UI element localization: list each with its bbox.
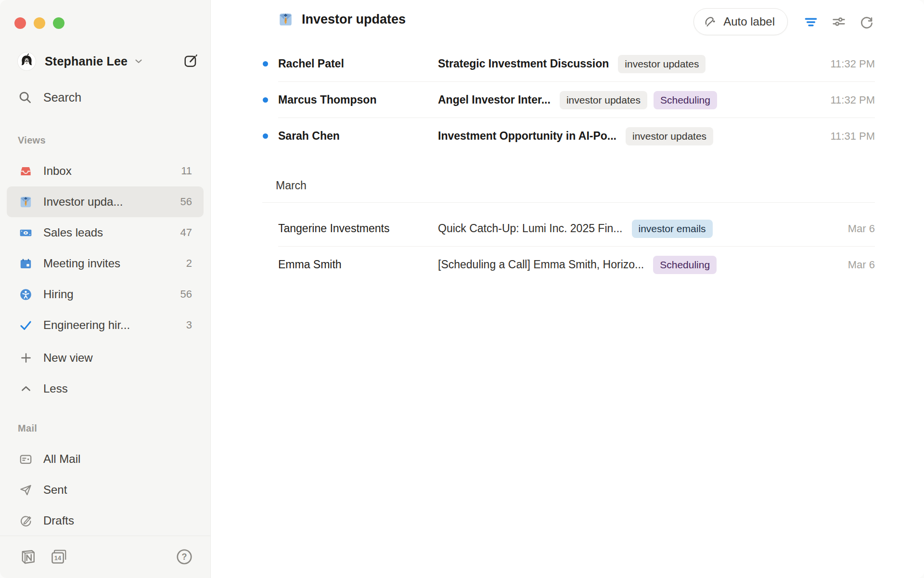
sidebar-item-meeting-invites[interactable]: Meeting invites 2	[7, 248, 204, 279]
sidebar-item-count: 2	[186, 257, 192, 270]
sidebar-item-all-mail[interactable]: All Mail	[7, 444, 204, 474]
email-subject: Quick Catch-Up: Lumi Inc. 2025 Fin...	[438, 222, 623, 235]
app-window: Stephanie Lee Search Views	[0, 0, 924, 578]
views-list: Inbox 11 Investor upda... 56	[0, 156, 210, 341]
sidebar-item-inbox[interactable]: Inbox 11	[7, 156, 204, 186]
email-subject: [Scheduling a Call] Emma Smith, Horizo..…	[438, 258, 644, 271]
email-subject: Investment Opportunity in AI-Po...	[438, 130, 616, 143]
chevron-down-icon	[133, 56, 144, 66]
email-time: 11:32 PM	[830, 94, 875, 106]
email-sender: Emma Smith	[278, 258, 438, 271]
checkmark-icon	[19, 319, 32, 332]
sidebar-item-label: Sales leads	[43, 226, 103, 239]
email-subject: Angel Investor Inter...	[438, 93, 551, 106]
mail-list: All Mail Sent Drafts	[0, 444, 210, 536]
sidebar-item-investor-updates[interactable]: Investor upda... 56	[7, 186, 204, 217]
accessibility-icon	[19, 288, 32, 301]
search-button[interactable]: Search	[18, 86, 81, 109]
help-icon[interactable]: ?	[176, 548, 193, 565]
calendar-icon	[19, 257, 32, 270]
sidebar-item-count: 11	[181, 165, 192, 177]
sidebar-footer: 14 ?	[19, 543, 193, 570]
label-tag[interactable]: investor updates	[626, 127, 713, 145]
close-window-button[interactable]	[14, 17, 26, 29]
email-sender: Sarah Chen	[278, 130, 438, 143]
email-row[interactable]: Rachel Patel Strategic Investment Discus…	[262, 46, 875, 82]
search-label: Search	[43, 91, 81, 105]
notion-logo-icon[interactable]	[19, 548, 37, 565]
user-name: Stephanie Lee	[45, 54, 128, 68]
avatar	[18, 53, 36, 70]
unread-dot	[263, 61, 268, 66]
compose-icon[interactable]	[183, 54, 198, 68]
chevron-up-icon	[19, 382, 32, 395]
sidebar: Stephanie Lee Search Views	[0, 0, 211, 578]
views-section-label: Views	[18, 135, 46, 146]
group-heading-march: March	[276, 179, 875, 192]
sidebar-item-count: 56	[180, 288, 192, 301]
label-tag[interactable]: investor updates	[560, 91, 647, 109]
sidebar-item-count: 3	[186, 319, 192, 331]
email-group-recent: Rachel Patel Strategic Investment Discus…	[262, 46, 875, 154]
sidebar-item-label: Investor upda...	[43, 195, 123, 209]
label-tag[interactable]: investor emails	[632, 220, 713, 238]
label-tag[interactable]: investor updates	[618, 55, 706, 73]
unread-dot	[263, 133, 268, 139]
new-view-label: New view	[43, 351, 93, 365]
sidebar-item-engineering-hiring[interactable]: Engineering hir... 3	[7, 310, 204, 341]
email-row[interactable]: Tangerine Investments Quick Catch-Up: Lu…	[262, 210, 875, 247]
banknote-icon	[19, 226, 32, 239]
sidebar-footer-divider	[0, 536, 210, 536]
label-tag[interactable]: Scheduling	[653, 256, 717, 274]
minimize-window-button[interactable]	[34, 17, 45, 29]
main-panel: Investor updates Auto label	[211, 0, 924, 578]
label-tag[interactable]: Scheduling	[654, 91, 717, 109]
email-row[interactable]: Marcus Thompson Angel Investor Inter... …	[262, 82, 875, 118]
less-label: Less	[43, 382, 68, 395]
window-controls	[14, 17, 64, 29]
sidebar-item-label: Hiring	[43, 288, 74, 301]
paper-plane-icon	[19, 484, 32, 497]
email-row[interactable]: Emma Smith [Scheduling a Call] Emma Smit…	[262, 247, 875, 283]
search-icon	[18, 90, 32, 105]
email-sender: Marcus Thompson	[278, 93, 438, 106]
sidebar-item-label: All Mail	[43, 452, 80, 466]
mail-section-label: Mail	[18, 423, 37, 434]
unread-dot	[263, 97, 268, 103]
sidebar-item-sales-leads[interactable]: Sales leads 47	[7, 217, 204, 248]
sidebar-item-label: Meeting invites	[43, 257, 120, 270]
envelope-icon	[19, 453, 32, 466]
svg-text:14: 14	[54, 554, 62, 562]
email-time: Mar 6	[848, 223, 875, 235]
email-subject: Strategic Investment Discussion	[438, 57, 609, 70]
notion-calendar-icon[interactable]: 14	[50, 548, 67, 565]
pencil-circle-icon	[19, 514, 32, 527]
inbox-tray-icon	[19, 165, 32, 178]
sidebar-item-count: 56	[180, 196, 192, 208]
sidebar-item-sent[interactable]: Sent	[7, 474, 204, 505]
email-time: Mar 6	[848, 259, 875, 271]
email-row[interactable]: Sarah Chen Investment Opportunity in AI-…	[262, 118, 875, 154]
email-sender: Rachel Patel	[278, 57, 438, 70]
email-sender: Tangerine Investments	[278, 222, 438, 235]
zoom-window-button[interactable]	[53, 17, 64, 29]
sidebar-item-label: Inbox	[43, 164, 72, 178]
less-button[interactable]: Less	[7, 373, 204, 404]
new-view-button[interactable]: New view	[7, 342, 204, 373]
account-switcher[interactable]: Stephanie Lee	[18, 50, 198, 73]
necktie-icon	[19, 196, 32, 209]
email-time: 11:32 PM	[830, 58, 875, 70]
email-time: 11:31 PM	[830, 130, 875, 143]
email-group-march: Tangerine Investments Quick Catch-Up: Lu…	[262, 202, 875, 283]
sidebar-actions: New view Less	[0, 342, 210, 404]
sidebar-item-count: 47	[180, 226, 192, 239]
plus-icon	[19, 352, 32, 365]
sidebar-item-label: Sent	[43, 483, 67, 497]
sidebar-item-hiring[interactable]: Hiring 56	[7, 279, 204, 310]
sidebar-item-label: Drafts	[43, 514, 74, 527]
sidebar-item-label: Engineering hir...	[43, 318, 130, 332]
sidebar-item-drafts[interactable]: Drafts	[7, 505, 204, 536]
svg-text:?: ?	[182, 552, 187, 562]
email-list: Rachel Patel Strategic Investment Discus…	[211, 0, 924, 283]
